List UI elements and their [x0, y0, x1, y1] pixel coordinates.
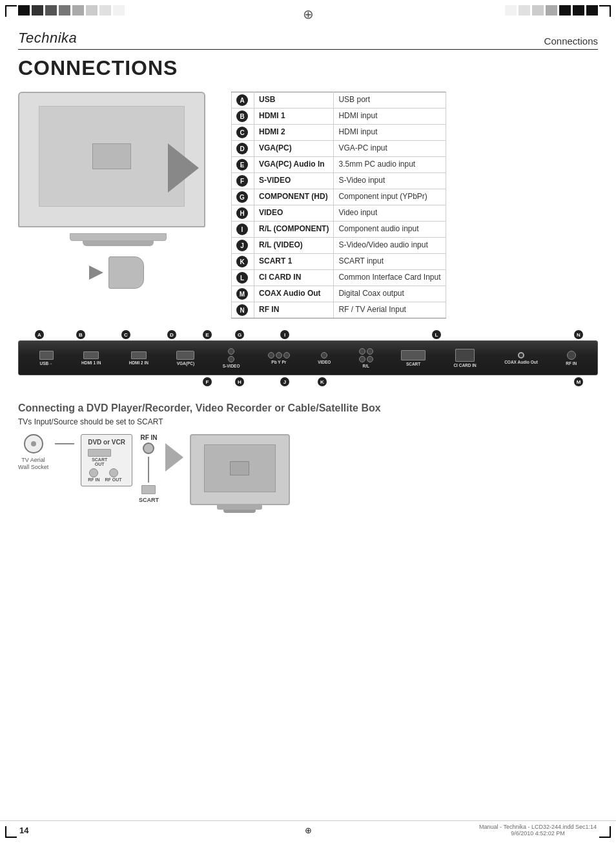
conn-name-cell: R/L (COMPONENT): [254, 222, 334, 238]
strip-col-k: SCART: [401, 350, 426, 366]
conn-name-cell: RF IN: [254, 302, 334, 318]
dvd-rf-in-col: RF IN: [88, 468, 99, 482]
badge-col-I: I: [260, 330, 311, 339]
port-e: [228, 348, 234, 355]
badge-col-M-below: M: [563, 377, 595, 386]
conn-badge: E: [236, 159, 248, 171]
conn-badge: A: [236, 94, 248, 106]
badge-L: L: [432, 330, 441, 339]
port-i-r: [359, 348, 365, 355]
badge-col-J-below: J: [260, 377, 311, 386]
conn-badge: D: [236, 143, 248, 154]
port-i-l: [367, 348, 373, 355]
tv-back-inner: [39, 106, 185, 207]
conn-badge: B: [236, 110, 248, 122]
conn-badge-cell: I: [232, 222, 254, 238]
vertical-cable: [148, 457, 149, 483]
port-g1: [268, 352, 274, 359]
ij-ports: [359, 348, 373, 362]
conn-desc-cell: RF / TV Aerial Input: [334, 302, 446, 318]
vga-label: VGA(PC): [177, 361, 194, 366]
connections-table: AUSBUSB portBHDMI 1HDMI inputCHDMI 2HDMI…: [231, 92, 446, 318]
port-f: [228, 356, 234, 362]
right-arrow-large: [168, 143, 199, 193]
conn-badge: C: [236, 127, 248, 138]
conn-desc-cell: VGA-PC input: [334, 141, 446, 157]
tv-small-section: [190, 434, 290, 513]
tv-back-screen-rect: [92, 143, 131, 169]
conn-badge: G: [236, 191, 248, 203]
conn-badge-cell: F: [232, 173, 254, 189]
brand-logo: Technika: [18, 30, 77, 47]
ef-label: S-VIDEO: [223, 364, 240, 368]
badge-D: D: [167, 330, 176, 339]
strip-col-hdmi2: HDMI 2 IN: [129, 351, 149, 365]
strip-col-g: Pb Y Pr: [268, 352, 290, 364]
dvd-scart-port: [88, 449, 111, 457]
cable-line-1: [55, 443, 74, 444]
port-hdmi2: [131, 351, 147, 359]
badge-A: A: [35, 330, 44, 339]
conn-name-cell: CI CARD IN: [254, 270, 334, 286]
conn-name-cell: HDMI 2: [254, 125, 334, 141]
conn-badge-cell: G: [232, 189, 254, 205]
conn-badge: F: [236, 175, 248, 187]
conn-desc-cell: S-Video/Video audio input: [334, 238, 446, 254]
port-coax: [518, 352, 524, 359]
conn-desc-cell: Video input: [334, 205, 446, 222]
dvd-rf-out-col: RF OUT: [105, 468, 121, 482]
port-j-l: [367, 356, 373, 362]
conn-badge: K: [236, 256, 248, 267]
badge-H: H: [235, 377, 244, 386]
badge-col-G: G: [221, 330, 260, 339]
dvd-scart-row: SCART OUT: [88, 449, 125, 466]
tv-stand: [70, 233, 167, 241]
port-hdmi1: [83, 351, 99, 359]
aerial-label: TV AerialWall Socket: [18, 457, 48, 472]
footer-file: Manual - Technika - LCD32-244.indd Sec1:…: [479, 824, 597, 830]
conn-name-cell: VGA(PC): [254, 141, 334, 157]
port-j-r: [359, 356, 365, 362]
usb-label: USB→: [40, 361, 53, 366]
corner-mark-tl: [5, 5, 17, 17]
badge-J: J: [280, 377, 289, 386]
badge-E: E: [203, 330, 212, 339]
conn-badge-cell: J: [232, 238, 254, 254]
page-footer: 14 ⊕ Manual - Technika - LCD32-244.indd …: [0, 820, 616, 837]
footer-date: 9/6/2010 4:52:02 PM: [511, 830, 565, 837]
strip-col-usb: USB→: [39, 351, 54, 366]
dvd-rf-in-port: [89, 468, 98, 477]
tv-small-back: [190, 434, 290, 505]
conn-name-cell: VGA(PC) Audio In: [254, 157, 334, 173]
h-label: VIDEO: [318, 360, 331, 364]
port-vga: [176, 351, 194, 360]
aerial-circle: [24, 434, 43, 453]
badge-col-K-below: K: [311, 377, 563, 386]
ef-ports: [228, 348, 234, 362]
strip-col-m: COAX Audio Out: [504, 352, 538, 364]
conn-badge-cell: N: [232, 302, 254, 318]
conn-desc-cell: USB port: [334, 92, 446, 109]
conn-badge: H: [236, 207, 248, 219]
tv-diagram: [18, 92, 218, 318]
aerial-section: TV AerialWall Socket: [18, 434, 48, 472]
conn-badge-cell: D: [232, 141, 254, 157]
conn-desc-cell: Component input (YPbPr): [334, 189, 446, 205]
dvd-vcr-box: DVD or VCR SCART OUT RF IN: [81, 434, 132, 486]
conn-badge: M: [236, 288, 248, 300]
port-usb: [39, 351, 54, 360]
table-row: FS-VIDEOS-Video input: [232, 173, 446, 189]
g-ports: [268, 352, 290, 359]
badge-F: F: [203, 377, 212, 386]
conn-badge: N: [236, 304, 248, 316]
conn-badge-cell: A: [232, 92, 254, 109]
dvd-scart-label: SCART OUT: [88, 457, 111, 466]
rf-in-section: RF IN SCART: [139, 434, 159, 503]
conn-badge-cell: M: [232, 286, 254, 302]
table-row: CHDMI 2HDMI input: [232, 125, 446, 141]
conn-badge-cell: E: [232, 157, 254, 173]
cable-aerial-dvd: [55, 443, 74, 444]
top-stripes-right: [505, 5, 598, 16]
rf-in-label: RF IN: [140, 434, 157, 441]
conn-name-cell: SCART 1: [254, 254, 334, 270]
